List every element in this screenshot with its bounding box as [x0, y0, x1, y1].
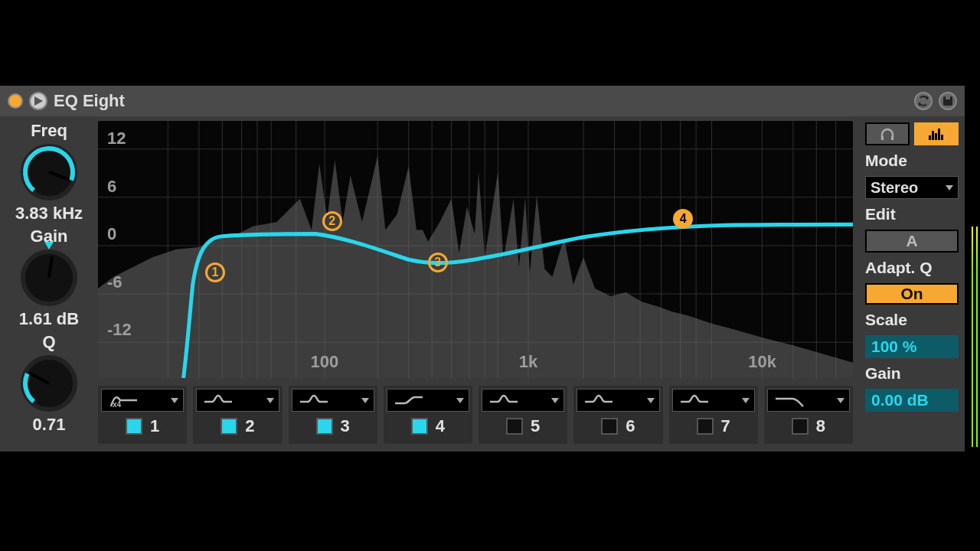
q-knob[interactable]: [21, 355, 77, 412]
output-gain-label: Gain: [865, 364, 959, 383]
band-number-7: 7: [721, 416, 730, 436]
q-value[interactable]: 0.71: [33, 415, 66, 435]
chevron-down-icon: [837, 398, 844, 403]
device-title: EQ Eight: [54, 91, 125, 111]
svg-marker-1: [926, 96, 929, 100]
chevron-down-icon: [946, 185, 953, 191]
chevron-down-icon: [361, 398, 369, 403]
freq-knob[interactable]: [21, 144, 77, 201]
band-enable-8[interactable]: [792, 418, 808, 435]
band-enable-3[interactable]: [316, 418, 333, 435]
device-titlebar: EQ Eight: [0, 86, 965, 116]
adaptq-label: Adapt. Q: [865, 259, 959, 277]
band-cell-2: 2: [193, 386, 282, 444]
audition-toggle[interactable]: [865, 122, 910, 145]
filter-type-dropdown-2[interactable]: [196, 389, 279, 412]
band-handle-4[interactable]: 4: [673, 209, 693, 229]
analyzer-toggle[interactable]: [914, 122, 959, 145]
y-axis-labels: 12 6 0 -6 -12: [107, 121, 132, 347]
band-strip: x4 1 2 3 4 5 6 7: [98, 383, 853, 447]
chevron-down-icon: [266, 398, 274, 403]
eq-graph[interactable]: 12 6 0 -6 -12 100 1k 10k 1234: [98, 121, 853, 378]
chevron-down-icon: [647, 398, 655, 403]
svg-rect-45: [935, 133, 937, 140]
preview-button[interactable]: [29, 92, 47, 110]
band-cell-8: 8: [764, 386, 853, 444]
filter-type-dropdown-5[interactable]: [482, 389, 564, 412]
filter-type-dropdown-1[interactable]: x4: [101, 389, 184, 412]
scale-label: Scale: [865, 311, 959, 329]
band-number-6: 6: [626, 416, 635, 436]
svg-rect-44: [932, 131, 934, 140]
svg-marker-2: [918, 102, 920, 106]
scale-value[interactable]: 100 %: [865, 335, 959, 358]
svg-rect-41: [881, 136, 884, 140]
band-enable-7[interactable]: [697, 418, 714, 435]
edit-ab-button[interactable]: A: [865, 230, 959, 253]
band-cell-6: 6: [573, 386, 662, 444]
gain-knob[interactable]: [21, 249, 77, 306]
band-enable-5[interactable]: [506, 418, 523, 435]
middle-panel: 12 6 0 -6 -12 100 1k 10k 1234 x4 1: [98, 116, 858, 452]
headphones-icon: [880, 128, 895, 140]
output-gain-value[interactable]: 0.00 dB: [865, 389, 959, 412]
freq-knob-label: Freq: [31, 121, 67, 141]
svg-point-7: [21, 355, 77, 412]
save-preset-icon[interactable]: [939, 92, 957, 110]
filter-type-dropdown-6[interactable]: [577, 389, 659, 412]
mode-label: Mode: [865, 152, 959, 170]
band-handle-1[interactable]: 1: [205, 262, 225, 282]
q-knob-label: Q: [42, 332, 55, 352]
filter-type-dropdown-3[interactable]: [292, 389, 374, 412]
band-cell-3: 3: [289, 386, 377, 444]
svg-rect-43: [929, 135, 931, 140]
chevron-down-icon: [742, 398, 750, 403]
band-handle-2[interactable]: 2: [322, 211, 342, 231]
filter-type-dropdown-4[interactable]: [387, 389, 469, 412]
svg-rect-42: [891, 136, 893, 140]
edit-label: Edit: [865, 205, 959, 223]
band-handle-3[interactable]: 3: [428, 253, 448, 272]
x-axis-labels: 100 1k 10k: [98, 352, 853, 373]
adaptq-button[interactable]: On: [865, 283, 959, 305]
band-number-2: 2: [245, 416, 254, 436]
svg-rect-47: [941, 135, 943, 140]
spectrum-icon: [928, 128, 945, 140]
band-enable-4[interactable]: [411, 418, 428, 435]
svg-marker-6: [44, 242, 54, 249]
chevron-down-icon: [171, 398, 178, 403]
band-cell-1: x4 1: [98, 386, 187, 444]
hotswap-icon[interactable]: [914, 92, 933, 110]
band-cell-7: 7: [669, 386, 758, 444]
band-enable-6[interactable]: [601, 418, 618, 435]
chevron-down-icon: [456, 398, 464, 403]
band-enable-1[interactable]: [126, 418, 142, 435]
filter-type-dropdown-8[interactable]: [767, 389, 850, 412]
device-activator[interactable]: [8, 93, 23, 109]
svg-rect-46: [938, 129, 940, 140]
band-number-4: 4: [436, 416, 445, 436]
svg-marker-0: [34, 96, 43, 106]
spectrum-display: [98, 121, 853, 378]
filter-type-dropdown-7[interactable]: [672, 389, 755, 412]
band-number-8: 8: [816, 416, 825, 436]
band-cell-5: 5: [479, 386, 567, 444]
band-enable-2[interactable]: [220, 418, 237, 435]
band-cell-4: 4: [384, 386, 472, 444]
eq-eight-device: EQ Eight Freq 3.83 kHz Gain 1.61 dB: [0, 86, 965, 452]
svg-text:x4: x4: [113, 400, 122, 408]
right-panel: Mode Stereo Edit A Adapt. Q On Scale 100…: [858, 116, 965, 452]
freq-value[interactable]: 3.83 kHz: [15, 204, 83, 223]
band-number-3: 3: [341, 416, 350, 436]
band-number-1: 1: [150, 416, 159, 436]
band-number-5: 5: [531, 416, 540, 436]
svg-rect-4: [946, 96, 950, 99]
mode-dropdown[interactable]: Stereo: [865, 176, 959, 199]
left-panel: Freq 3.83 kHz Gain 1.61 dB Q 0.71: [0, 116, 98, 452]
output-meter: [971, 226, 978, 448]
gain-value[interactable]: 1.61 dB: [19, 309, 79, 329]
chevron-down-icon: [551, 398, 559, 403]
